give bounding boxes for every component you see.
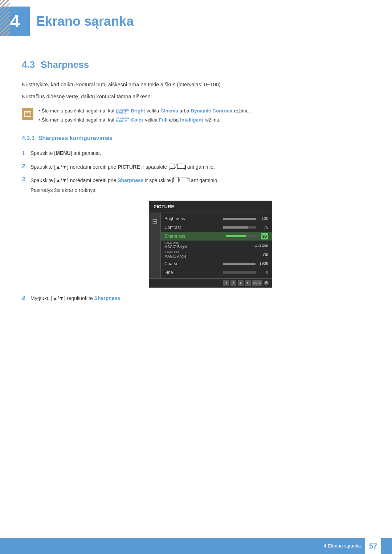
description-1: Nustatykite, kad daiktų kontūrai būtų ai… [22,81,370,89]
magic-bright-label: SAMSUNG MAGIC Bright [164,242,187,249]
samsung-bottom-1: MAGIC Bright [164,245,187,249]
menu-bottom-bar: ◄ ▼ ▲ ► AUTO ⏻ [149,278,272,287]
top-decoration [0,0,10,36]
brightness-bar-fill [223,218,256,220]
step-2-text: Spauskite [▲/▼] norėdami pereiti prie PI… [30,162,215,171]
coarse-value-bar: 1936 [223,260,268,267]
magic-angle-label: SAMSUNG MAGIC Angle [164,251,187,258]
sharpness-row: Sharpness 90 [161,232,272,241]
fine-label: Fine [164,269,173,276]
brand-1: SAMSUNG MAGIC [116,108,129,114]
brightness-value: 100 [258,216,268,222]
brightness-bar-track [223,218,256,220]
coarse-bar-fill [223,263,255,265]
step-4-text: Mygtuku [▲/▼] reguliuokite Sharpness. [30,294,122,302]
intelligent-keyword: Intelligent [180,117,203,123]
cinema-keyword: Cinema [160,108,178,114]
fine-bar-track [223,271,256,274]
step-2: 2 Spauskite [▲/▼] norėdami pereiti prie … [22,162,370,171]
fine-row: Fine 0 [161,268,272,277]
menu-sidebar: ⊟ [149,213,161,278]
step-2-number: 2 [22,162,30,171]
coarse-bar-track [223,263,256,265]
brightness-row: Brightness 100 [161,214,272,223]
step-1-text: Spauskite [MENU] ant gaminio. [30,149,101,157]
section-heading: 4.3 Sharpness [22,58,370,72]
step-4-number: 4 [22,294,30,303]
btn-icon-3: / [173,175,188,183]
sharpness-bar-track [226,235,259,237]
subsection-number: 4.3.1 [22,134,35,143]
samsung-bottom-2: MAGIC Angle [164,254,187,258]
step-1: 1 Spauskite [MENU] ant gaminio. [22,149,370,158]
footer-text: 4 Ekrano sąranka [324,542,361,550]
ctrl-down: ▼ [230,280,236,286]
samsung-top-1: SAMSUNG [164,242,187,245]
full-keyword: Full [159,117,167,123]
btn-square [170,164,175,169]
ctrl-auto: AUTO [252,280,262,286]
step-3-content: Spauskite [▲/▼] norėdami pereiti prie Sh… [30,175,219,194]
contrast-label: Contrast [164,224,181,231]
sharpness-value-box: 90 [261,233,268,240]
chapter-number: 4 [10,8,20,34]
btn-icon-2: / [170,162,184,170]
samsung-top-2: SAMSUNG [164,251,187,254]
brightness-value-bar: 100 [223,216,268,222]
brand-2: SAMSUNG MAGIC [116,117,129,123]
note-icon [22,108,33,120]
ctrl-right: ► [245,280,251,286]
subsection-title: Sharpness konfigūravimas [38,134,113,143]
step-4: 4 Mygtuku [▲/▼] reguliuokite Sharpness. [22,294,370,303]
section-number: 4.3 [22,58,35,72]
picture-menu-body: ⊟ Brightness 100 [149,213,272,278]
footer-page-number: 57 [365,538,381,554]
note-line-2: • Šio meniu pasirinkti negalima, kai SAM… [38,116,250,124]
step-3-sub: Pasirodys šis ekrano rodinys: [30,186,219,194]
btn-rect [177,164,184,169]
ctrl-power: ⏻ [264,280,269,286]
coarse-value: 1936 [258,260,268,267]
ctrl-left: ◄ [223,280,229,286]
fine-value-bar: 0 [223,269,268,275]
coarse-label: Coarse [164,260,179,267]
screen-container: PICTURE ⊟ Brightness 100 [51,201,370,288]
color-keyword: Color [131,117,143,123]
note-box: • Šio meniu pasirinkti negalima, kai SAM… [22,107,370,124]
menu-items: Brightness 100 Contrast [161,213,272,278]
page-footer: 4 Ekrano sąranka 57 [0,538,392,554]
section-title: Sharpness [41,58,89,72]
picture-menu-header: PICTURE [149,201,272,213]
magic-bright-value: : Custom [252,242,268,249]
chapter-title: Ekrano sąranka [36,12,134,31]
description-2: Nustačius didesnę vertę, daiktų kontūrai… [22,93,370,101]
steps-list: 1 Spauskite [MENU] ant gaminio. 2 Spausk… [22,149,370,194]
subsection-heading: 4.3.1 Sharpness konfigūravimas [22,134,370,143]
step-3: 3 Spauskite [▲/▼] norėdami pereiti prie … [22,175,370,194]
main-content: 4.3 Sharpness Nustatykite, kad daiktų ko… [0,43,392,336]
picture-menu: PICTURE ⊟ Brightness 100 [149,201,272,288]
sharpness-label: Sharpness [164,233,185,239]
coarse-row: Coarse 1936 [161,259,272,268]
sharpness-value-bar: 90 [226,233,268,240]
magic-angle-row: SAMSUNG MAGIC Angle : Off [161,250,272,259]
steps-list-2: 4 Mygtuku [▲/▼] reguliuokite Sharpness. [22,294,370,303]
contrast-value: 75 [258,224,268,230]
ctrl-up: ▲ [238,280,244,286]
note-content: • Šio meniu pasirinkti negalima, kai SAM… [38,107,250,124]
step-1-number: 1 [22,149,30,158]
dynamic-contrast-keyword: Dynamic Contrast [191,108,233,114]
contrast-bar-fill [223,226,248,229]
btn-square-3 [173,177,179,182]
note-line-1: • Šio meniu pasirinkti negalima, kai SAM… [38,107,250,115]
step-3-number: 3 [22,175,30,184]
contrast-value-bar: 75 [223,224,268,230]
magic-bright-row: SAMSUNG MAGIC Bright : Custom [161,241,272,250]
monitor-icon: ⊟ [152,217,158,226]
bright-keyword: Bright [131,108,145,114]
brightness-label: Brightness [164,216,185,222]
fine-value: 0 [258,269,268,275]
magic-angle-value: : Off [261,252,268,258]
chapter-header: 4 Ekrano sąranka [0,0,392,43]
contrast-row: Contrast 75 [161,223,272,232]
